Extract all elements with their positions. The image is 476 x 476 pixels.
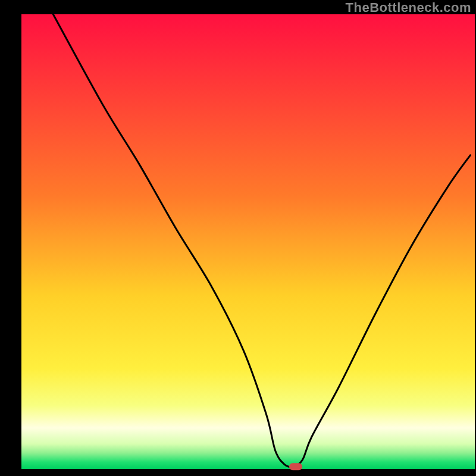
optimal-marker [289, 463, 302, 470]
watermark-label: TheBottleneck.com [346, 0, 471, 15]
chart-container: TheBottleneck.com [0, 0, 476, 476]
bottleneck-chart [0, 0, 476, 476]
